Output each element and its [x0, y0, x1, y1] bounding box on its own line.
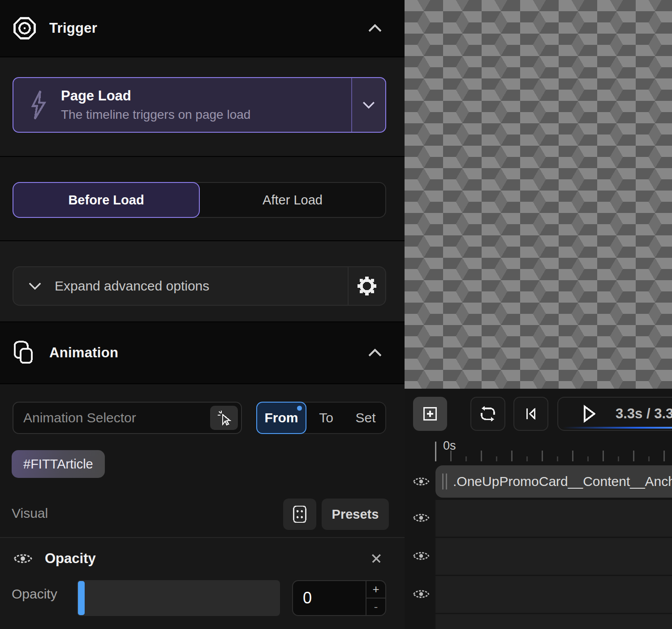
trigger-section-body: Page Load The timeline triggers on page …: [0, 57, 405, 157]
element-picker-icon: [216, 409, 232, 426]
load-timing-section: Before Load After Load: [0, 157, 405, 241]
track-selector-label: .OneUpPromoCard__Content__Anchor: [453, 474, 672, 489]
add-keyframe-button[interactable]: [413, 397, 447, 431]
element-picker-button[interactable]: [210, 406, 238, 430]
animation-editor-app: Trigger Page Load The timel: [0, 0, 672, 629]
dice-icon: [292, 504, 308, 524]
play-icon: [580, 404, 598, 424]
chevron-down-icon: [361, 100, 376, 110]
from-to-set-group: From To Set: [256, 402, 386, 434]
eye-icon: [13, 551, 33, 566]
trigger-section-header: Trigger: [0, 0, 405, 57]
expand-advanced-label: Expand advanced options: [55, 278, 209, 294]
presets-button[interactable]: Presets: [322, 499, 389, 530]
timeline-track-row[interactable]: [435, 614, 672, 629]
opacity-number-stepper: + -: [292, 580, 386, 616]
trigger-target-icon: [13, 16, 37, 40]
inspector-panel: Trigger Page Load The timel: [0, 0, 405, 629]
track-visibility-toggle[interactable]: [411, 473, 431, 490]
after-load-button[interactable]: After Load: [200, 183, 385, 217]
add-keyframe-icon: [421, 405, 439, 423]
eye-icon: [412, 475, 430, 488]
opacity-property-header: Opacity: [13, 546, 384, 571]
animation-selector-field: [13, 402, 242, 434]
lightning-icon: [25, 89, 51, 121]
timeline-track-row[interactable]: [435, 576, 672, 613]
timeline-ruler[interactable]: 0s: [405, 437, 672, 465]
trigger-type-select[interactable]: Page Load The timeline triggers on page …: [13, 77, 386, 133]
track-visibility-toggle[interactable]: [411, 585, 431, 603]
time-display: 3.3s / 3.3s: [616, 406, 672, 422]
opacity-value-input[interactable]: [293, 581, 366, 615]
animation-section-title: Animation: [49, 345, 118, 361]
trigger-type-description: The timeline triggers on page load: [61, 108, 250, 122]
ruler-minor-ticks: [465, 456, 672, 461]
opacity-control-label: Opacity: [12, 586, 57, 602]
opacity-section-title: Opacity: [45, 551, 96, 567]
visual-label: Visual: [12, 506, 48, 521]
animation-selector-row: From To Set: [13, 402, 386, 434]
randomize-button[interactable]: [283, 499, 316, 530]
animation-section-header: Animation: [0, 322, 405, 384]
from-active-dot: [297, 406, 302, 411]
track-visibility-toggle[interactable]: [411, 509, 431, 527]
advanced-options-row: Expand advanced options: [13, 266, 386, 306]
loop-icon: [478, 404, 497, 423]
trigger-type-main: Page Load The timeline triggers on page …: [13, 78, 351, 132]
trigger-type-caret[interactable]: [351, 78, 385, 132]
before-load-button[interactable]: Before Load: [13, 182, 200, 218]
chevron-down-icon: [27, 280, 43, 292]
eye-icon: [412, 549, 430, 563]
trigger-section-title: Trigger: [49, 20, 97, 36]
animation-layers-icon: [13, 340, 37, 366]
loop-playback-button[interactable]: [470, 397, 505, 431]
remove-opacity-close-icon[interactable]: [369, 551, 384, 566]
timeline-track-bar[interactable]: .OneUpPromoCard__Content__Anchor: [435, 465, 672, 498]
animation-selector-input[interactable]: [13, 403, 241, 433]
timeline-track-row[interactable]: [435, 500, 672, 537]
ruler-zero-marker: [435, 442, 436, 461]
playback-progress-bar: [563, 427, 672, 429]
expand-advanced-button[interactable]: Expand advanced options: [13, 267, 348, 305]
eye-icon: [412, 511, 430, 525]
opacity-property-block: Opacity Opacity + -: [0, 537, 405, 629]
visual-row: Visual Presets: [0, 493, 405, 536]
skip-start-icon: [522, 405, 540, 423]
eye-icon: [412, 587, 430, 601]
timeline-panel: 3.3s / 3.3s 0s .OneUpPromoCard__Content_…: [405, 389, 672, 629]
set-tab[interactable]: Set: [346, 403, 385, 433]
to-tab[interactable]: To: [306, 403, 346, 433]
animation-section-body: From To Set #FITTArticle Visual: [0, 384, 405, 629]
opacity-decrement-button[interactable]: -: [366, 598, 385, 615]
opacity-increment-button[interactable]: +: [366, 581, 385, 598]
gear-icon: [357, 276, 377, 296]
target-selector-tag[interactable]: #FITTArticle: [12, 450, 105, 478]
load-timing-toggle: Before Load After Load: [13, 182, 386, 218]
advanced-options-section: Expand advanced options: [0, 241, 405, 322]
drag-handle-icon[interactable]: [442, 473, 447, 490]
play-button[interactable]: 3.3s / 3.3s: [557, 397, 672, 431]
opacity-slider-handle[interactable]: [78, 581, 85, 615]
from-tab-label: From: [265, 410, 298, 425]
animation-collapse-chevron-up-icon[interactable]: [366, 346, 384, 360]
from-tab[interactable]: From: [256, 402, 306, 434]
timeline-track-row[interactable]: [435, 538, 672, 575]
advanced-settings-button[interactable]: [348, 267, 385, 305]
skip-to-start-button[interactable]: [513, 397, 548, 431]
trigger-collapse-chevron-up-icon[interactable]: [366, 22, 384, 35]
opacity-slider-track[interactable]: [77, 580, 280, 616]
track-visibility-toggle[interactable]: [411, 547, 431, 565]
preview-canvas[interactable]: [405, 0, 672, 389]
trigger-type-title: Page Load: [61, 88, 250, 104]
